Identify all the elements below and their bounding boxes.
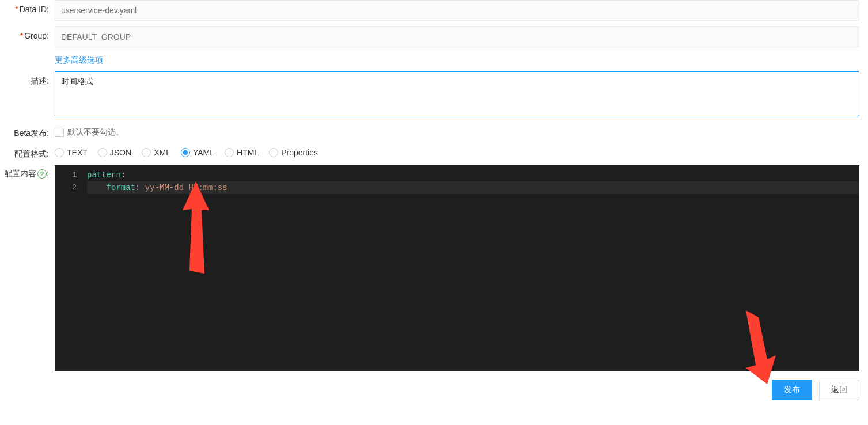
format-radio-text[interactable]: TEXT	[55, 148, 88, 157]
format-radio-html[interactable]: HTML	[225, 148, 259, 157]
group-row: *Group:	[0, 26, 868, 47]
radio-label: TEXT	[67, 148, 88, 157]
annotation-arrow-icon	[176, 181, 216, 279]
help-icon[interactable]: ?	[37, 169, 47, 179]
more-options-link[interactable]: 更多高级选项	[55, 53, 103, 66]
format-radio-xml[interactable]: XML	[142, 148, 170, 157]
content-row: 配置内容?: 12 pattern: format: yy-MM-dd HH:m…	[0, 165, 868, 371]
beta-label: Beta发布:	[0, 124, 55, 139]
format-row: 配置格式: TEXTJSONXMLYAMLHTMLProperties	[0, 145, 868, 160]
format-label: 配置格式:	[0, 145, 55, 160]
description-textarea[interactable]	[55, 71, 859, 116]
svg-marker-0	[183, 181, 209, 274]
data-id-label: *Data ID:	[0, 0, 55, 14]
radio-circle-icon	[225, 148, 234, 157]
publish-button[interactable]: 发布	[772, 380, 812, 400]
format-radio-yaml[interactable]: YAML	[181, 148, 214, 157]
radio-circle-icon	[269, 148, 278, 157]
radio-circle-icon	[181, 148, 190, 157]
radio-label: XML	[154, 148, 170, 157]
code-line: pattern:	[87, 169, 859, 181]
format-radio-group: TEXTJSONXMLYAMLHTMLProperties	[55, 145, 859, 157]
line-number: 1	[55, 169, 84, 181]
radio-label: YAML	[193, 148, 214, 157]
back-button[interactable]: 返回	[819, 380, 859, 400]
code-line: format: yy-MM-dd HH:mm:ss	[87, 181, 859, 194]
code-gutter: 12	[55, 165, 84, 194]
group-input[interactable]	[55, 26, 859, 47]
radio-circle-icon	[55, 148, 64, 157]
beta-checkbox[interactable]	[55, 128, 64, 137]
description-label: 描述:	[0, 71, 55, 86]
more-options-row: 更多高级选项	[0, 53, 868, 66]
description-row: 描述:	[0, 71, 868, 118]
data-id-row: *Data ID:	[0, 0, 868, 21]
radio-label: Properties	[281, 148, 318, 157]
data-id-input[interactable]	[55, 0, 859, 21]
radio-label: JSON	[110, 148, 131, 157]
code-editor[interactable]: 12 pattern: format: yy-MM-dd HH:mm:ss	[55, 165, 859, 371]
format-radio-json[interactable]: JSON	[98, 148, 131, 157]
beta-hint: 默认不要勾选。	[67, 127, 124, 138]
footer-buttons: 发布 返回	[0, 371, 868, 408]
beta-row: Beta发布: 默认不要勾选。	[0, 124, 868, 139]
radio-circle-icon	[98, 148, 107, 157]
group-label: *Group:	[0, 26, 55, 40]
line-number: 2	[55, 181, 84, 194]
radio-circle-icon	[142, 148, 151, 157]
format-radio-properties[interactable]: Properties	[269, 148, 318, 157]
code-content: pattern: format: yy-MM-dd HH:mm:ss	[87, 165, 859, 194]
radio-label: HTML	[237, 148, 259, 157]
content-label: 配置内容?:	[0, 165, 55, 179]
